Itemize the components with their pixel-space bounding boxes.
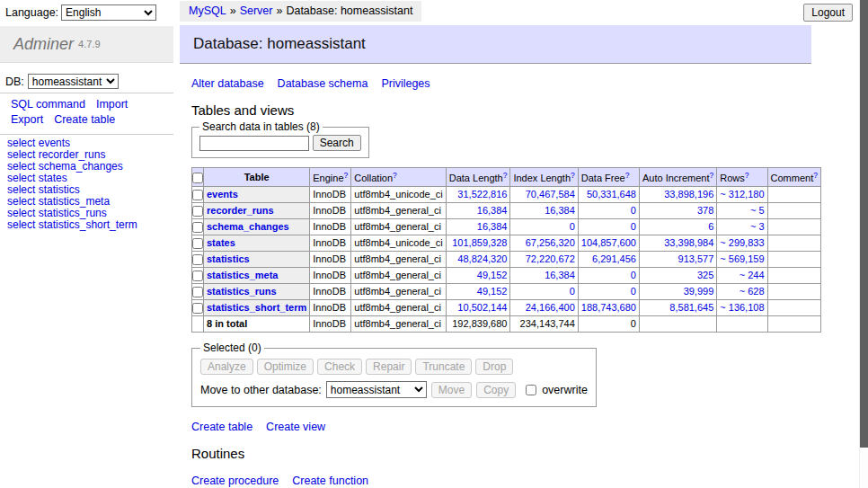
rows-link[interactable]: ~ 5 (750, 205, 765, 216)
select-link-statistics-meta[interactable]: select (7, 195, 35, 208)
analyze-button[interactable]: Analyze (200, 359, 253, 375)
language-select[interactable]: English (61, 4, 156, 21)
db-select[interactable]: homeassistant (28, 74, 119, 89)
repair-button[interactable]: Repair (366, 359, 412, 375)
row-checkbox[interactable] (192, 190, 203, 200)
auto-increment-link[interactable]: 6 (708, 221, 713, 232)
truncate-button[interactable]: Truncate (415, 359, 472, 375)
row-checkbox[interactable] (192, 222, 203, 233)
sidebar-action-create-table[interactable]: Create table (54, 113, 115, 126)
help-question-icon[interactable]: ? (571, 171, 575, 180)
auto-increment-link[interactable]: 33,398,984 (664, 237, 713, 248)
index-length-link[interactable]: 0 (570, 221, 575, 232)
data-free-link[interactable]: 0 (631, 286, 636, 297)
help-question-icon[interactable]: ? (503, 171, 508, 180)
logout-button[interactable]: Logout (803, 4, 853, 22)
table-name-link[interactable]: events (207, 189, 238, 200)
help-question-icon[interactable]: ? (625, 171, 630, 180)
vertical-scrollbar[interactable] (859, 0, 868, 488)
optimize-button[interactable]: Optimize (257, 359, 314, 375)
index-length-link[interactable]: 0 (570, 286, 575, 297)
move-button[interactable]: Move (431, 382, 472, 398)
data-free-link[interactable]: 188,743,680 (581, 302, 636, 313)
index-length-link[interactable]: 67,256,320 (526, 237, 575, 248)
data-length-link[interactable]: 49,152 (477, 286, 508, 297)
select-link-events[interactable]: select (7, 137, 35, 149)
rows-link[interactable]: ~ 299,833 (720, 237, 764, 248)
sidebar-action-import[interactable]: Import (96, 98, 128, 111)
table-name-link[interactable]: states (207, 237, 235, 248)
help-question-icon[interactable]: ? (393, 171, 397, 180)
select-link-statistics-runs[interactable]: select (7, 207, 35, 219)
overwrite-checkbox[interactable] (526, 385, 536, 395)
row-checkbox[interactable] (192, 303, 203, 314)
data-free-link[interactable]: 6,291,456 (592, 253, 636, 264)
table-name-link[interactable]: recorder_runs (207, 205, 274, 216)
auto-increment-link[interactable]: 325 (697, 270, 713, 280)
create-procedure-link[interactable]: Create procedure (191, 475, 279, 487)
row-checkbox[interactable] (192, 238, 203, 249)
sidebar-table-statistics-short-term[interactable]: statistics_short_term (39, 218, 137, 231)
sidebar-table-statistics-meta[interactable]: statistics_meta (39, 195, 110, 208)
sidebar-action-sql-command[interactable]: SQL command (11, 98, 85, 111)
rows-link[interactable]: ~ 3 (750, 221, 765, 232)
move-db-select[interactable]: homeassistant (326, 381, 427, 398)
data-length-link[interactable]: 49,152 (477, 270, 508, 280)
create-table-link[interactable]: Create table (191, 421, 252, 433)
sidebar-action-export[interactable]: Export (11, 113, 43, 126)
table-name-link[interactable]: statistics_runs (207, 286, 277, 297)
help-question-icon[interactable]: ? (344, 171, 349, 180)
breadcrumb-link-mysql[interactable]: MySQL (189, 4, 226, 17)
select-link-schema-changes[interactable]: select (7, 160, 35, 173)
create-view-link[interactable]: Create view (266, 421, 325, 433)
auto-increment-link[interactable]: 39,999 (684, 286, 714, 297)
rows-link[interactable]: ~ 244 (740, 270, 765, 280)
table-name-link[interactable]: statistics (207, 253, 250, 264)
index-length-link[interactable]: 70,467,584 (526, 189, 575, 200)
row-checkbox[interactable] (192, 287, 203, 297)
data-free-link[interactable]: 0 (631, 205, 636, 216)
select-link-statistics[interactable]: select (7, 183, 35, 196)
rows-link[interactable]: ~ 136,108 (720, 302, 764, 313)
select-link-statistics-short-term[interactable]: select (7, 218, 35, 231)
sidebar-table-statistics-runs[interactable]: statistics_runs (39, 207, 107, 219)
rows-link[interactable]: ~ 628 (740, 286, 765, 297)
auto-increment-link[interactable]: 913,577 (678, 253, 714, 264)
sidebar-table-statistics[interactable]: statistics (39, 183, 80, 196)
table-name-link[interactable]: statistics_meta (207, 270, 279, 280)
privileges-link[interactable]: Privileges (381, 77, 430, 90)
index-length-link[interactable]: 16,384 (545, 205, 575, 216)
search-button[interactable]: Search (313, 135, 361, 151)
row-checkbox[interactable] (192, 271, 203, 281)
sidebar-table-recorder-runs[interactable]: recorder_runs (39, 148, 106, 161)
rows-link[interactable]: ~ 569,159 (720, 253, 764, 264)
alter-database-link[interactable]: Alter database (191, 77, 264, 90)
data-length-link[interactable]: 101,859,328 (452, 237, 507, 248)
data-length-link[interactable]: 16,384 (477, 205, 508, 216)
row-checkbox[interactable] (192, 206, 203, 217)
index-length-link[interactable]: 72,220,672 (526, 253, 575, 264)
help-question-icon[interactable]: ? (745, 171, 749, 180)
auto-increment-link[interactable]: 378 (697, 205, 713, 216)
data-free-link[interactable]: 50,331,648 (587, 189, 636, 200)
auto-increment-link[interactable]: 33,898,196 (664, 189, 713, 200)
row-checkbox[interactable] (192, 254, 203, 265)
sidebar-table-events[interactable]: events (39, 137, 70, 149)
scrollbar-thumb[interactable] (860, 0, 868, 448)
help-question-icon[interactable]: ? (710, 171, 714, 180)
rows-link[interactable]: ~ 312,180 (720, 189, 764, 200)
data-length-link[interactable]: 48,824,320 (457, 253, 507, 264)
check-button[interactable]: Check (317, 359, 362, 375)
select-link-states[interactable]: select (7, 172, 35, 184)
index-length-link[interactable]: 24,166,400 (526, 302, 575, 313)
table-name-link[interactable]: statistics_short_term (207, 302, 306, 313)
sidebar-table-states[interactable]: states (39, 172, 67, 184)
data-length-link[interactable]: 31,522,816 (457, 189, 507, 200)
copy-button[interactable]: Copy (476, 382, 516, 398)
select-link-recorder-runs[interactable]: select (7, 148, 35, 161)
adminer-home-link[interactable]: Adminer (13, 35, 74, 54)
data-length-link[interactable]: 10,502,144 (457, 302, 507, 313)
select-all-checkbox[interactable] (192, 173, 203, 183)
index-length-link[interactable]: 16,384 (545, 270, 575, 280)
auto-increment-link[interactable]: 8,581,645 (669, 302, 713, 313)
